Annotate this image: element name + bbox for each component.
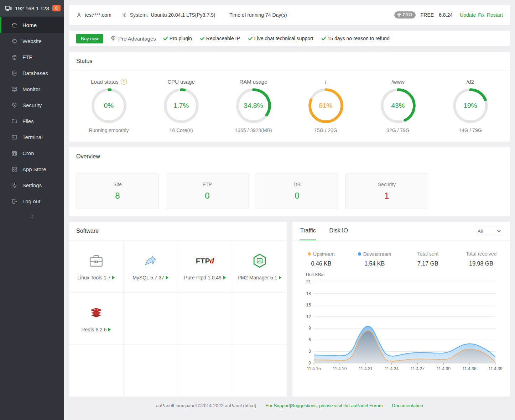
software-item-label: MySQL 5.7.37 <box>132 275 168 280</box>
server-ip-row[interactable]: 192.168.1.123 0 <box>0 0 64 16</box>
play-icon[interactable] <box>166 276 168 279</box>
stat-label: Downstream <box>358 251 391 257</box>
stat-value: 0.46 KB <box>295 261 348 267</box>
stat-value: 19.98 GB <box>454 261 508 267</box>
tab-disk-io[interactable]: Disk IO <box>329 222 348 240</box>
sidebar-item-cron[interactable]: Cron <box>0 145 64 161</box>
sidebar-item-label: Security <box>22 102 42 108</box>
svg-text:11:4:30: 11:4:30 <box>437 366 451 371</box>
gauge-ring: 19% <box>453 88 488 124</box>
monitor-icon <box>11 86 17 92</box>
overview-card-value: 8 <box>115 191 120 201</box>
system-group: System: Ubuntu 20.04.1 LTS(Py3.7.9) <box>121 12 215 18</box>
sidebar-item-label: Log out <box>22 198 40 204</box>
gauge-ring: 81% <box>308 88 344 124</box>
pro-advantages[interactable]: Pro Advantages <box>110 36 156 42</box>
message-count-badge[interactable]: 0 <box>52 5 61 11</box>
traffic-chart: Unit:KB/s03691215182111:4:1511:4:1911:4:… <box>292 269 510 379</box>
play-icon[interactable] <box>112 276 115 279</box>
sidebar-item-label: App Store <box>22 166 46 172</box>
gauge-subtext: 15G / 20G <box>314 127 337 133</box>
update-link[interactable]: Update <box>460 12 476 18</box>
gauge-label-text: /d2 <box>467 79 474 85</box>
overview-card-ftp[interactable]: FTP0 <box>166 173 249 209</box>
software-empty-cell <box>69 345 124 397</box>
stat-total-sent: Total sent7.17 GB <box>401 251 455 267</box>
gauge-ring: 34.8% <box>236 88 271 124</box>
sidebar-add-button[interactable]: + <box>0 209 64 225</box>
stat-upstream: Upstream0.46 KB <box>295 251 348 267</box>
gauge-subtext: 32G / 79G <box>386 127 410 133</box>
svg-text:0: 0 <box>308 361 311 366</box>
gauge-cpu-usage: CPU usage 1.7%16 Core(s) <box>145 79 217 133</box>
overview-card-value: 0 <box>205 191 209 201</box>
sidebar-item-monitor[interactable]: Monitor <box>0 81 64 97</box>
gear-icon <box>11 182 17 188</box>
redis-icon <box>88 305 104 321</box>
svg-text:11:4:19: 11:4:19 <box>333 366 347 371</box>
tab-traffic[interactable]: Traffic <box>300 222 316 240</box>
sidebar-item-log-out[interactable]: Log out <box>0 193 64 209</box>
sidebar-item-databases[interactable]: Databases <box>0 65 64 81</box>
buy-now-button[interactable]: Buy now <box>76 34 103 43</box>
software-empty-cell <box>232 345 287 397</box>
sidebar-item-files[interactable]: Files <box>0 113 64 129</box>
sidebar-item-ftp[interactable]: FTP <box>0 49 64 65</box>
gauge-label-text: Load status <box>91 79 119 85</box>
sidebar-item-terminal[interactable]: Terminal <box>0 129 64 145</box>
gauge-ring: 43% <box>380 88 416 124</box>
software-empty-cell <box>124 293 178 345</box>
documentation-link[interactable]: Documentation <box>392 403 423 408</box>
sidebar-item-home[interactable]: Home <box>0 17 64 33</box>
overview-card-security[interactable]: Security1 <box>345 173 428 209</box>
gauge-ring: 0% <box>91 88 127 124</box>
gauge-value: 34.8% <box>236 88 271 124</box>
play-icon[interactable] <box>223 276 226 279</box>
gauge--www: /www 43%32G / 79G <box>362 79 434 133</box>
svg-text:11:4:39: 11:4:39 <box>488 366 502 371</box>
play-icon[interactable] <box>279 276 281 279</box>
software-item-pm2-manager-5-1[interactable]: JSPM2 Manager 5.1 <box>232 241 287 293</box>
traffic-stats: Upstream0.46 KBDownstream1.54 KBTotal se… <box>292 241 510 269</box>
check-icon <box>248 36 253 41</box>
help-icon[interactable]: ? <box>121 79 127 85</box>
gauge-value: 19% <box>453 88 488 124</box>
software-item-pure-ftpd-1-0-49[interactable]: FTPdPure-Ftpd 1.0.49 <box>178 241 233 293</box>
tab-list: TrafficDisk IO <box>300 222 361 240</box>
play-icon[interactable] <box>108 328 111 331</box>
gauge-label-text: CPU usage <box>167 79 195 85</box>
sidebar-menu: HomeWebsiteFTPDatabasesMonitorSecurityFi… <box>0 16 64 209</box>
restart-link[interactable]: Restart <box>487 12 503 18</box>
network-interface-select[interactable]: All <box>476 226 502 236</box>
legend-dot <box>358 252 361 256</box>
forum-link[interactable]: For Support|Suggestions, please visit th… <box>265 403 383 408</box>
gauge-label: Load status? <box>91 79 127 85</box>
software-item-mysql-5-7-37[interactable]: MySQL 5.7.37 <box>124 241 178 293</box>
sidebar-item-label: FTP <box>22 54 32 60</box>
overview-cards: Site8FTP0DB0Security1 <box>69 166 510 216</box>
sidebar-item-security[interactable]: Security <box>0 97 64 113</box>
fix-link[interactable]: Fix <box>478 12 485 18</box>
promo-feature: Replaceable IP <box>200 36 240 41</box>
stat-label: Total sent <box>417 251 438 257</box>
software-item-redis-6-2-6[interactable]: Redis 6.2.6 <box>69 293 124 345</box>
toolbox-icon <box>88 253 104 269</box>
software-empty-cell <box>178 345 233 397</box>
svg-text:9: 9 <box>308 326 311 331</box>
overview-card-site[interactable]: Site8 <box>76 173 159 209</box>
sidebar-item-label: Website <box>22 38 42 44</box>
svg-text:JS: JS <box>258 259 262 262</box>
computer-mobile-icon <box>5 5 12 12</box>
diamond-icon <box>397 13 401 17</box>
sidebar-item-settings[interactable]: Settings <box>0 177 64 193</box>
software-item-linux-tools-1-7[interactable]: Linux Tools 1.7 <box>69 241 124 293</box>
sidebar-item-website[interactable]: Website <box>0 33 64 49</box>
pro-badge[interactable]: PRO <box>394 11 416 19</box>
overview-card-db[interactable]: DB0 <box>256 173 338 209</box>
sidebar-item-app-store[interactable]: App Store <box>0 161 64 177</box>
software-item-label: PM2 Manager 5.1 <box>238 275 281 280</box>
stat-label: Upstream <box>308 251 335 257</box>
software-empty-cell <box>178 293 233 345</box>
gauge-label-text: / <box>325 79 326 85</box>
svg-text:3: 3 <box>308 349 311 354</box>
